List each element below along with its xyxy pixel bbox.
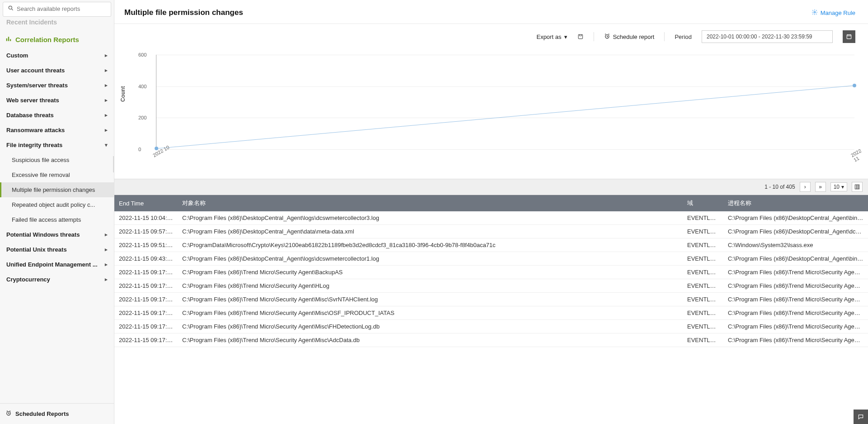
chart-y-label: Count xyxy=(120,86,126,102)
category-label: Web server threats xyxy=(6,97,59,104)
sidebar-category[interactable]: Web server threats▸ xyxy=(0,93,114,108)
table-row[interactable]: 2022-11-15 09:57:35C:\Program Files (x86… xyxy=(114,225,868,238)
table-cell: EVENTLOG2 xyxy=(683,211,723,225)
search-box[interactable] xyxy=(3,2,111,17)
column-header[interactable]: 进程名称 xyxy=(723,195,868,211)
recent-incidents[interactable]: Recent Incidents xyxy=(0,19,114,31)
export-as-menu[interactable]: Export as ▾ xyxy=(537,33,567,40)
sidebar-category[interactable]: Custom▸ xyxy=(0,48,114,63)
period-range-input[interactable] xyxy=(702,30,833,43)
column-header[interactable]: End Time xyxy=(114,195,178,211)
table-cell: EVENTLOG2 xyxy=(683,266,723,279)
table-row[interactable]: 2022-11-15 10:04:18C:\Program Files (x86… xyxy=(114,211,868,225)
line-chart[interactable]: 02004006002022 102022 11 xyxy=(156,55,854,150)
table-row[interactable]: 2022-11-15 09:17:58C:\Program Files (x86… xyxy=(114,266,868,279)
table-row[interactable]: 2022-11-15 09:17:53C:\Program Files (x86… xyxy=(114,320,868,333)
category-label: User account threats xyxy=(6,67,65,74)
sidebar-item[interactable]: Multiple file permission changes xyxy=(0,182,114,197)
next-page-button[interactable]: › xyxy=(800,182,811,192)
svg-rect-11 xyxy=(857,185,858,189)
export-label: Export as xyxy=(537,33,561,40)
column-header[interactable]: 对象名称 xyxy=(178,195,683,211)
search-input[interactable] xyxy=(17,5,106,12)
category-label: Database threats xyxy=(6,112,54,119)
table-cell: C:\Program Files (x86)\DesktopCentral_Ag… xyxy=(723,211,868,225)
chevron-right-icon: ▸ xyxy=(105,247,108,252)
table-cell: C:\Program Files (x86)\Trend Micro\Secur… xyxy=(178,320,683,333)
sidebar-item[interactable]: Failed file access attempts xyxy=(0,212,114,227)
sidebar-category[interactable]: Potential Windows threats▸ xyxy=(0,227,114,242)
table-cell: C:\Program Files (x86)\DesktopCentral_Ag… xyxy=(178,211,683,225)
table-cell: C:\Program Files (x86)\Trend Micro\Secur… xyxy=(723,333,868,347)
chevron-right-icon: ▸ xyxy=(105,97,108,103)
sidebar-scroll[interactable]: Recent Incidents Correlation Reports Cus… xyxy=(0,19,114,403)
schedule-label: Schedule report xyxy=(613,33,655,40)
manage-rule-link[interactable]: Manage Rule xyxy=(811,9,855,17)
table-cell: C:\Program Files (x86)\DesktopCentral_Ag… xyxy=(723,225,868,238)
svg-rect-2 xyxy=(6,38,7,41)
table-cell: C:\ProgramData\Microsoft\Crypto\Keys\210… xyxy=(178,238,683,252)
table-cell: 2022-11-15 09:57:35 xyxy=(114,225,178,238)
table-row[interactable]: 2022-11-15 09:43:58C:\Program Files (x86… xyxy=(114,252,868,266)
table-cell: EVENTLOG2 xyxy=(683,252,723,266)
table-cell: C:\Program Files (x86)\DesktopCentral_Ag… xyxy=(178,252,683,266)
sidebar-item[interactable]: Excessive file removal xyxy=(0,167,114,182)
column-header[interactable]: 域 xyxy=(683,195,723,211)
category-label: File integrity threats xyxy=(6,142,62,148)
page-size-value: 10 xyxy=(834,184,840,190)
table-cell: 2022-11-15 09:17:53 xyxy=(114,293,178,306)
category-label: System/server threats xyxy=(6,82,68,89)
sidebar-category[interactable]: Ransomware attacks▸ xyxy=(0,123,114,138)
table-cell: EVENTLOG2 xyxy=(683,238,723,252)
svg-rect-4 xyxy=(10,39,11,41)
table-row[interactable]: 2022-11-15 09:17:53C:\Program Files (x86… xyxy=(114,293,868,306)
table-cell: C:\Program Files (x86)\Trend Micro\Secur… xyxy=(178,293,683,306)
table-cell: C:\Windows\System32\lsass.exe xyxy=(723,238,868,252)
table-cell: 2022-11-15 09:17:53 xyxy=(114,333,178,347)
bars-icon xyxy=(5,36,12,43)
chart-point[interactable] xyxy=(853,84,856,87)
main: Multiple file permission changes Manage … xyxy=(114,0,868,424)
chevron-right-icon: ▸ xyxy=(105,82,108,88)
sidebar-category[interactable]: User account threats▸ xyxy=(0,63,114,78)
svg-point-6 xyxy=(814,11,816,13)
last-page-button[interactable]: » xyxy=(815,182,826,192)
sidebar-category[interactable]: Unified Endpoint Management ...▸ xyxy=(0,257,114,272)
sidebar-item[interactable]: Repeated object audit policy c... xyxy=(0,197,114,212)
table-cell: 2022-11-15 09:43:58 xyxy=(114,252,178,266)
sidebar-category[interactable]: Potential Unix threats▸ xyxy=(0,242,114,257)
results-table: End Time对象名称域进程名称 2022-11-15 10:04:18C:\… xyxy=(114,195,868,347)
separator xyxy=(664,32,665,41)
table-row[interactable]: 2022-11-15 09:17:53C:\Program Files (x86… xyxy=(114,306,868,320)
table-row[interactable]: 2022-11-15 09:17:53C:\Program Files (x86… xyxy=(114,333,868,347)
sidebar-category[interactable]: Database threats▸ xyxy=(0,108,114,123)
table-cell: C:\Program Files (x86)\DesktopCentral_Ag… xyxy=(723,252,868,266)
column-settings-button[interactable] xyxy=(852,182,863,192)
page-size-select[interactable]: 10▾ xyxy=(830,182,847,191)
table-cell: C:\Program Files (x86)\Trend Micro\Secur… xyxy=(723,320,868,333)
table-row[interactable]: 2022-11-15 09:17:53C:\Program Files (x86… xyxy=(114,279,868,293)
sidebar-item[interactable]: Suspicious file access xyxy=(0,152,114,167)
table-row[interactable]: 2022-11-15 09:51:02C:\ProgramData\Micros… xyxy=(114,238,868,252)
sidebar-category[interactable]: File integrity threats▾ xyxy=(0,138,114,152)
save-export-button[interactable] xyxy=(577,33,584,40)
table-cell: 2022-11-15 09:17:58 xyxy=(114,266,178,279)
table-cell: EVENTLOG2 xyxy=(683,306,723,320)
chevron-right-icon: ▸ xyxy=(105,52,108,58)
category-label: Unified Endpoint Management ... xyxy=(6,261,98,268)
calendar-button[interactable] xyxy=(843,30,855,43)
period-label: Period xyxy=(675,33,692,40)
schedule-report-button[interactable]: Schedule report xyxy=(604,33,655,41)
sidebar-category[interactable]: System/server threats▸ xyxy=(0,78,114,93)
page-title: Multiple file permission changes xyxy=(124,8,243,17)
gear-icon xyxy=(811,9,818,17)
table-cell: C:\Program Files (x86)\Trend Micro\Secur… xyxy=(178,279,683,293)
section-title-text: Correlation Reports xyxy=(15,36,79,43)
caret-down-icon: ▾ xyxy=(841,184,844,190)
pagination-range: 1 - 10 of 405 xyxy=(764,184,795,190)
y-tick: 200 xyxy=(138,115,146,120)
chat-button[interactable] xyxy=(854,410,868,424)
scheduled-reports[interactable]: Scheduled Reports xyxy=(0,403,114,424)
table-cell: C:\Program Files (x86)\Trend Micro\Secur… xyxy=(178,266,683,279)
sidebar-category[interactable]: Cryptocurrency▸ xyxy=(0,272,114,287)
